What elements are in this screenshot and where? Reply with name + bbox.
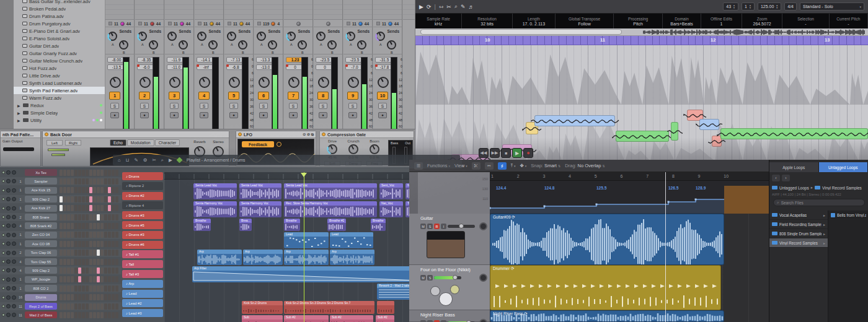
step-cell[interactable] [82,268,85,274]
send-a-knob[interactable] [376,32,385,41]
step-cell[interactable] [97,259,100,265]
browser-file[interactable]: Drum Patina.adv [14,12,105,20]
step-cell[interactable] [78,178,81,185]
functions-menu[interactable]: Functions▾ [427,163,450,168]
step-cell[interactable] [115,268,118,274]
channel-led[interactable] [2,224,5,227]
step-cell[interactable] [97,187,100,193]
step-cell[interactable] [63,303,66,310]
step-cell[interactable] [60,214,63,220]
step-cell[interactable] [82,196,85,202]
magnifier-icon[interactable]: ⌕ [454,3,458,10]
step-cell[interactable] [74,268,78,274]
step-cell[interactable] [78,250,81,256]
step-cell[interactable] [86,294,89,300]
channel-led[interactable] [2,242,5,245]
pan-knob[interactable] [199,77,210,88]
step-cell[interactable] [108,214,111,220]
step-cell[interactable] [108,303,111,310]
clip-slot-area[interactable] [373,0,402,20]
step-cell[interactable] [89,250,92,256]
step-cell[interactable] [60,268,63,274]
crossfade-icon[interactable]: ⤪ [472,162,480,170]
zoom-icon[interactable]: ⌕ [161,157,164,163]
step-cell[interactable] [100,178,104,185]
autostretch-icon[interactable]: ⇿ [439,4,444,10]
play-button[interactable]: ▶ [512,148,522,158]
step-cell[interactable] [74,276,78,282]
step-cell[interactable] [74,187,78,193]
step-cell[interactable] [60,312,63,318]
step-cell[interactable] [97,312,100,318]
step-cell[interactable] [67,223,70,229]
s-button[interactable]: S [427,224,433,229]
step-cell[interactable] [97,223,100,229]
clip-red[interactable]: Kick Sn.2 Drums [242,301,283,314]
step-cell[interactable] [63,276,66,282]
channel-led[interactable] [2,180,5,183]
step-cell[interactable] [74,178,78,185]
step-cell[interactable] [67,250,70,256]
step-cell[interactable] [100,214,104,220]
secondary-tool[interactable]: ✥▾ [520,163,527,168]
step-cell[interactable] [93,196,96,202]
clip-slot-area[interactable] [314,0,342,20]
step-cell[interactable] [93,259,96,265]
vol-mini-knob[interactable] [12,268,16,272]
step-cell[interactable] [115,232,118,238]
step-cell[interactable] [93,178,96,185]
clip-slot-area[interactable] [343,0,372,20]
time-signature-field[interactable]: 4/4 [784,2,797,11]
step-cell[interactable] [86,312,89,318]
send-a-knob[interactable] [316,32,326,41]
solo-button[interactable]: S [229,103,238,109]
browser-folder[interactable]: ▶Redux [14,102,105,109]
browser-folder[interactable]: ▶Simple Delay [14,109,105,116]
monitor-button[interactable]: ● [319,112,327,118]
solo-button[interactable]: S [200,103,208,109]
pitch-blob-green[interactable] [616,131,669,142]
step-cell[interactable] [67,268,70,274]
step-cell[interactable] [97,294,100,300]
routing-ball[interactable] [326,22,330,26]
m-button[interactable]: M [420,224,426,229]
step-cell[interactable] [82,312,85,318]
browser-file[interactable]: Synth Pad Fattener.adv [14,87,105,94]
step-cell[interactable] [71,196,74,202]
step-cell[interactable] [112,241,115,247]
melodyne-note-lane[interactable] [415,45,868,161]
step-cell[interactable] [104,250,107,256]
vol-mini-knob[interactable] [12,215,16,219]
step-cell[interactable] [104,187,107,193]
monitor-button[interactable]: ● [259,112,268,118]
pitch-blob-blue[interactable] [534,115,615,126]
step-cell[interactable] [78,259,81,265]
clip-slot-area[interactable] [165,0,193,20]
step-cell[interactable] [74,285,78,292]
browser-file[interactable]: Guitar Gnarly Fuzz.adv [14,50,105,57]
playlist-track-button[interactable]: ♪ Drums #5 [122,221,163,229]
step-cell[interactable] [74,303,78,310]
step-cell[interactable] [108,232,111,238]
step-cell[interactable] [115,187,118,193]
clip-slot-area[interactable] [135,0,164,20]
step-cell[interactable] [71,276,74,282]
step-cell[interactable] [82,285,85,292]
step-cell[interactable] [115,170,118,176]
channel-led[interactable] [2,269,5,272]
step-cell[interactable] [100,170,104,176]
pan-knob[interactable] [348,77,359,88]
browser-file[interactable]: Little Drive.adv [14,72,105,79]
step-cell[interactable] [104,241,107,247]
channel-name-button[interactable]: Sampler [25,178,57,185]
routing-ball[interactable] [210,22,214,26]
step-cell[interactable] [63,285,66,292]
step-cell[interactable] [67,285,70,292]
pan-mini-knob[interactable] [6,277,11,282]
scissors-icon[interactable]: ✂ [446,4,451,10]
step-cell[interactable] [108,250,111,256]
step-cell[interactable] [86,223,89,229]
tab-apple-loops[interactable]: Apple Loops [769,162,819,172]
step-cell[interactable] [97,196,100,202]
browser-file[interactable]: Drum Purgatory.adv [14,20,105,27]
